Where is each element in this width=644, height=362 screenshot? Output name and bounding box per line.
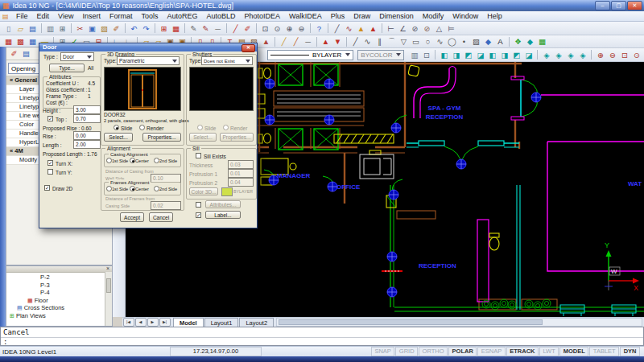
tree-item[interactable]: ⊞Plan Views (6, 312, 112, 320)
tri-up-icon[interactable]: ▲ (320, 36, 332, 47)
wall-red2-icon[interactable]: ▩ (15, 36, 27, 47)
tree-item[interactable]: P-2 (6, 274, 112, 282)
close-button[interactable]: ✕ (627, 1, 642, 10)
zoom-extents-icon[interactable]: ⊕ (595, 50, 606, 60)
top-field[interactable]: 0.70 (73, 114, 101, 123)
attributes-checkbox[interactable] (196, 202, 201, 208)
frames-2nd-side-radio[interactable] (154, 186, 159, 191)
zoom-out-icon[interactable]: ⊖ (296, 23, 308, 34)
layout-tab[interactable]: Layout2 (239, 318, 274, 327)
casing-2nd-side-radio[interactable] (154, 158, 159, 163)
view-bottom-cube-icon[interactable]: ◨ (451, 50, 462, 60)
break-line-icon[interactable]: ╱ (230, 23, 242, 34)
tri-down-icon[interactable]: ▼ (332, 36, 344, 47)
tab-first-button[interactable]: |◀ (123, 318, 134, 327)
top-checkbox[interactable] (47, 116, 53, 121)
status-toggle[interactable]: POLAR (448, 347, 477, 356)
status-toggle[interactable]: SNAP (371, 347, 394, 356)
view-swiso-cube-icon[interactable]: ◩ (511, 50, 522, 60)
menu-item[interactable]: Edit (32, 12, 54, 20)
palette-props-icon[interactable]: ▤ (21, 48, 32, 59)
tab-next-button[interactable]: ▶ (147, 318, 159, 327)
tab-last-button[interactable]: ▶| (159, 318, 171, 327)
layout-tab[interactable]: Model (173, 318, 204, 327)
status-toggle[interactable]: GRID (395, 347, 418, 356)
linetype-combo[interactable]: BYLAYER (267, 50, 353, 60)
point-tool-icon[interactable]: • (459, 36, 470, 47)
line-tool-icon[interactable]: ╱ (350, 36, 361, 47)
scrollbar-thumb[interactable] (106, 278, 111, 293)
rectangle-tool-icon[interactable]: ▭ (411, 36, 422, 47)
draw-line-icon[interactable]: ╱ (332, 23, 343, 34)
horizontal-scrollbar[interactable] (276, 318, 642, 327)
warning-icon[interactable]: ▲ (356, 23, 367, 34)
menu-item[interactable]: View (54, 12, 78, 20)
print-icon[interactable]: ▥ (45, 23, 56, 34)
edit-pencil-icon[interactable]: ✎ (188, 23, 200, 34)
hatch-tool-icon[interactable]: ▨ (471, 36, 482, 47)
close-icon[interactable]: × (105, 266, 111, 272)
view-seiso-cube-icon[interactable]: ◪ (523, 50, 535, 60)
scrollbar-thumb[interactable] (279, 319, 543, 325)
no-circle2-icon[interactable]: ⊘ (422, 23, 433, 34)
length-field[interactable]: 2.00 (73, 140, 101, 149)
menu-item[interactable]: Window (448, 12, 483, 20)
view-back-cube-icon[interactable]: ◨ (499, 50, 510, 60)
edit-pen-icon[interactable]: ✎ (200, 23, 212, 34)
image-tool-icon[interactable]: ▦ (537, 36, 548, 47)
view-right-cube-icon[interactable]: ◪ (475, 50, 486, 60)
redline-icon[interactable]: ✐ (242, 23, 254, 34)
block-tool-icon[interactable]: ◆ (483, 36, 494, 47)
frames-center-radio[interactable] (130, 186, 135, 191)
casing-1st-side-radio[interactable] (106, 158, 112, 163)
zoom-previous-icon[interactable]: ⊖ (607, 50, 618, 60)
dim-baseline-icon[interactable]: ⊨ (446, 23, 457, 34)
text-tool-icon[interactable]: A (495, 36, 506, 47)
tree-item[interactable]: ▦Floor (6, 297, 112, 305)
paste-icon[interactable]: ▧ (99, 23, 110, 34)
view-diamond3-icon[interactable]: ◈ (565, 50, 576, 60)
status-toggle[interactable]: ESNAP (477, 347, 505, 356)
polygon-tool-icon[interactable]: ▽ (398, 36, 410, 47)
arrow-up-icon[interactable]: ▲ (261, 36, 272, 47)
cut-icon[interactable]: ✂ (75, 23, 86, 34)
coordinates-display[interactable]: 17.23,14.97,0.00 (170, 347, 262, 356)
tree-item[interactable]: P-3 (6, 282, 112, 290)
layout-tab[interactable]: Layout1 (204, 318, 239, 327)
region-tool-icon[interactable]: ❖ (513, 36, 524, 47)
menu-item[interactable]: Tools (137, 12, 163, 20)
color-combo[interactable]: BYCOLOR (357, 50, 404, 60)
rise-field[interactable]: 0.00 (73, 131, 101, 140)
tab-prev-button[interactable]: ◀ (135, 318, 147, 327)
dim-angle-icon[interactable]: ∠ (398, 23, 409, 34)
menu-item[interactable]: AutoBLD (202, 12, 240, 20)
measure-icon[interactable]: ─ (213, 23, 224, 34)
frames-1st-side-radio[interactable] (106, 186, 112, 191)
label-button[interactable]: Label... (205, 211, 241, 219)
draw-2d-checkbox[interactable] (44, 185, 50, 191)
wall-red-icon[interactable]: ▦ (3, 36, 14, 47)
turn-y-checkbox[interactable] (47, 169, 53, 175)
menu-item[interactable]: Insert (78, 12, 105, 20)
plot-icon[interactable]: ▥ (409, 50, 420, 60)
menu-item[interactable]: Plus (326, 12, 349, 20)
draw-spline-icon[interactable]: ∿ (344, 23, 355, 34)
dialog-titlebar[interactable]: Door ✕ (39, 43, 257, 51)
spline-tool-icon[interactable]: ∿ (435, 36, 446, 47)
menu-item[interactable]: Dimension (375, 12, 419, 20)
status-toggle[interactable]: ETRACK (506, 347, 539, 356)
insert-sheet-icon[interactable]: ▦ (171, 23, 182, 34)
render-radio[interactable] (139, 125, 145, 130)
grid-blue-icon[interactable]: ▦ (27, 36, 39, 47)
3d-type-combo[interactable]: Parametric (117, 56, 180, 65)
polyline-tool-icon[interactable]: ∿ (362, 36, 374, 47)
menu-item[interactable]: File (12, 12, 33, 20)
menu-item[interactable]: AutoREG (163, 12, 202, 20)
view-top-cube-icon[interactable]: ◧ (439, 50, 450, 60)
tree-item[interactable]: P-4 (6, 289, 112, 297)
no-circle-icon[interactable]: ⊘ (410, 23, 421, 34)
menu-item[interactable]: Format (105, 12, 137, 20)
new-file-icon[interactable]: ▯ (3, 23, 14, 34)
ellipse-tool-icon[interactable]: ◯ (447, 36, 458, 47)
copy-icon[interactable]: ▣ (87, 23, 98, 34)
